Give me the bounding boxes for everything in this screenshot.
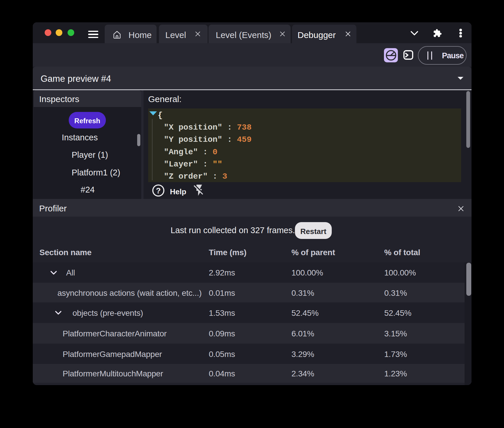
svg-text:?: ? <box>156 186 161 195</box>
